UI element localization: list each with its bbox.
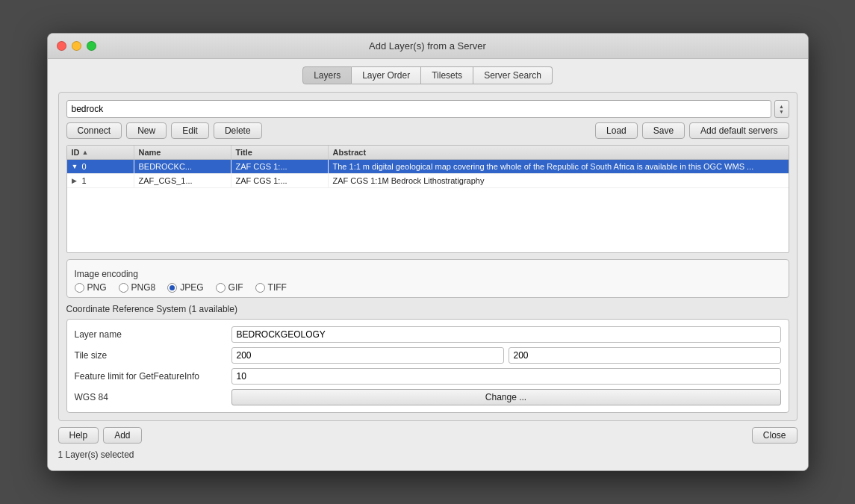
- window-controls: [57, 41, 96, 51]
- cell-abstract-0: The 1:1 m digital geological map coverin…: [329, 160, 789, 173]
- main-window: Add Layer(s) from a Server Layers Layer …: [47, 33, 809, 471]
- image-encoding-label: Image encoding: [75, 269, 781, 279]
- table-row[interactable]: ▶ 1 ZAF_CGS_1... ZAF CGS 1:... ZAF CGS 1…: [67, 174, 789, 188]
- close-button[interactable]: [57, 41, 66, 51]
- radio-row: PNG PNG8 JPEG GIF: [75, 282, 781, 293]
- table-row[interactable]: ▼ 0 BEDROCKC... ZAF CGS 1:... The 1:1 m …: [67, 160, 789, 174]
- cell-abstract-1: ZAF CGS 1:1M Bedrock Lithostratigraphy: [329, 174, 789, 187]
- tile-size-inputs: [231, 347, 781, 364]
- cell-id-0: ▼ 0: [67, 160, 134, 173]
- status-bar: 1 Layer(s) selected: [58, 447, 798, 460]
- col-id[interactable]: ID ▲: [67, 146, 134, 159]
- tile-size-row: Tile size: [67, 345, 789, 366]
- layer-name-label: Layer name: [75, 329, 224, 340]
- tab-layers[interactable]: Layers: [302, 66, 352, 84]
- table-header: ID ▲ Name Title Abstract: [67, 146, 789, 160]
- tile-size-width-input[interactable]: [231, 347, 504, 364]
- bottom-bar: Help Add Close: [58, 421, 798, 447]
- server-spinner[interactable]: ▲ ▼: [774, 100, 789, 118]
- minimize-button[interactable]: [72, 41, 81, 51]
- add-default-button[interactable]: Add default servers: [689, 122, 789, 139]
- radio-gif[interactable]: GIF: [216, 282, 243, 293]
- image-encoding-box: Image encoding PNG PNG8 JPEG: [66, 259, 789, 298]
- crs-label: Coordinate Reference System (1 available…: [66, 304, 789, 314]
- radio-tiff[interactable]: TIFF: [255, 282, 287, 293]
- titlebar: Add Layer(s) from a Server: [48, 34, 808, 59]
- cell-name-0: BEDROCKC...: [134, 160, 231, 173]
- radio-circle-tiff: [255, 283, 265, 293]
- bottom-left: Help Add: [58, 427, 142, 444]
- radio-png8[interactable]: PNG8: [119, 282, 156, 293]
- close-button[interactable]: Close: [752, 427, 798, 444]
- tab-bar: Layers Layer Order Tilesets Server Searc…: [58, 66, 798, 84]
- save-button[interactable]: Save: [642, 122, 685, 139]
- col-title[interactable]: Title: [231, 146, 329, 159]
- new-button[interactable]: New: [126, 122, 167, 139]
- radio-png[interactable]: PNG: [75, 282, 107, 293]
- feature-limit-label: Feature limit for GetFeatureInfo: [75, 371, 224, 382]
- content-area: ▲ ▼ Connect New Edit Delete Load Save Ad…: [58, 92, 798, 421]
- tab-layer-order[interactable]: Layer Order: [352, 66, 421, 84]
- radio-circle-gif: [216, 283, 226, 293]
- feature-limit-input[interactable]: [231, 368, 781, 385]
- col-abstract[interactable]: Abstract: [329, 146, 789, 159]
- window-body: Layers Layer Order Tilesets Server Searc…: [48, 59, 808, 470]
- layer-name-row: Layer name: [67, 324, 789, 345]
- tab-server-search[interactable]: Server Search: [473, 66, 553, 84]
- tab-tilesets[interactable]: Tilesets: [421, 66, 473, 84]
- radio-jpeg[interactable]: JPEG: [167, 282, 203, 293]
- feature-limit-row: Feature limit for GetFeatureInfo: [67, 366, 789, 387]
- maximize-button[interactable]: [87, 41, 96, 51]
- expand-arrow-1[interactable]: ▶: [72, 177, 79, 184]
- col-name[interactable]: Name: [134, 146, 231, 159]
- properties-box: Layer name Tile size Feature limit for G…: [66, 319, 789, 413]
- delete-button[interactable]: Delete: [214, 122, 262, 139]
- cell-title-0: ZAF CGS 1:...: [231, 160, 329, 173]
- server-url-input[interactable]: [66, 100, 771, 118]
- change-crs-button[interactable]: Change ...: [231, 389, 781, 405]
- layers-table: ID ▲ Name Title Abstract: [66, 145, 789, 253]
- help-button[interactable]: Help: [58, 427, 99, 444]
- button-row: Connect New Edit Delete Load Save Add de…: [66, 122, 789, 139]
- close-button-bottom: Close: [752, 427, 798, 444]
- tile-size-height-input[interactable]: [509, 347, 781, 364]
- add-button[interactable]: Add: [103, 427, 141, 444]
- tile-size-label: Tile size: [75, 350, 224, 361]
- radio-circle-png8: [119, 283, 128, 293]
- sort-arrow-id: ▲: [82, 149, 89, 156]
- wgs84-row: WGS 84 Change ...: [67, 387, 789, 408]
- load-button[interactable]: Load: [595, 122, 638, 139]
- wgs84-label: WGS 84: [75, 392, 224, 402]
- cell-name-1: ZAF_CGS_1...: [134, 174, 231, 187]
- expand-arrow-0[interactable]: ▼: [72, 163, 79, 170]
- cell-title-1: ZAF CGS 1:...: [231, 174, 329, 187]
- server-row: ▲ ▼: [66, 100, 789, 118]
- connect-button[interactable]: Connect: [66, 122, 122, 139]
- layer-name-input[interactable]: [231, 326, 781, 343]
- radio-circle-jpeg: [167, 283, 177, 293]
- edit-button[interactable]: Edit: [171, 122, 209, 139]
- cell-id-1: ▶ 1: [67, 174, 134, 187]
- window-title: Add Layer(s) from a Server: [369, 40, 486, 52]
- radio-circle-png: [75, 283, 84, 293]
